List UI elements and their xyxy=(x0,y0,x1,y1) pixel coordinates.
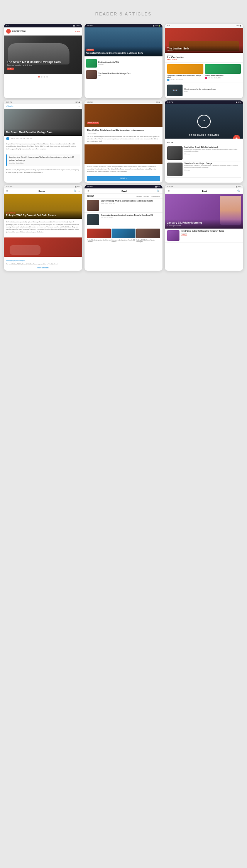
s2-article-list: Finding Home in the Wild outdoors The Se… xyxy=(85,56,163,82)
s7-nav: ≡ Reader 🔍 ⋯ xyxy=(4,188,82,194)
s8-nav-title: Feed xyxy=(91,190,157,192)
s6-battery: ▮▮ 80% xyxy=(236,101,241,103)
screen-leather-sofa: 9:25 100% ▮ The Leather Sofa DESIGN Inte… xyxy=(165,24,243,98)
s2-info-1: Finding Home in the Wild outdoors xyxy=(98,61,161,65)
s8-grid-label-2: Discovered: in the highest trim... Porsc… xyxy=(112,240,135,243)
s5-title: This Coffee Table Inspired By Inception … xyxy=(87,129,161,132)
s9-info-1: How L'Oreal Built a UV-Measuring Tempora… xyxy=(181,230,241,236)
s4-body2-text: As nice as it is, the price tag isn't so… xyxy=(6,169,80,174)
s2-info-2: The Seven Most Beautiful Vintage Cars ca… xyxy=(98,73,161,76)
s9-nav-title: Feed xyxy=(172,190,237,192)
screen-feed: 9:25 PM ▮▮ 80% ≡ Feed 🔍 RECENT Popular D… xyxy=(85,185,163,271)
s7-body-more: Photography by Simon Krajniak The post R… xyxy=(4,258,82,271)
s7-hamburger[interactable]: ≡ xyxy=(6,190,8,192)
s7-more-icon[interactable]: ⋯ xyxy=(78,190,80,192)
s6-feed-item-1[interactable]: Southsiders Grizzly Ride Out Invitationa… xyxy=(167,145,241,161)
s3-mini-img-1 xyxy=(167,64,203,74)
s9-hamburger[interactable]: ≡ xyxy=(168,190,169,192)
s3-mini-2: Finding Home in the Wild John Doe · Jan … xyxy=(205,64,241,81)
s8-grid-3[interactable] xyxy=(136,229,160,238)
s1-nav: LE CARTONAU CARS xyxy=(4,27,82,36)
s8-tab-photo[interactable]: Photography xyxy=(151,195,161,197)
page-header: READER & ARTICLES xyxy=(0,0,247,24)
s5-status: 9:25 PM 62% ▮ xyxy=(85,100,163,104)
s8-info-1: Beard Trimming, What to Ask Your Barber … xyxy=(101,200,161,204)
s5-body2-text: Inspired from this impressive scene, des… xyxy=(87,166,161,173)
s4-battery: 62% ▮ xyxy=(76,101,80,103)
s7-hero: CAFE RACERS Robby's T100 By Down & Out C… xyxy=(4,194,82,219)
s9-article-item-1[interactable]: How L'Oreal Built a UV-Measuring Tempora… xyxy=(165,229,243,243)
list-item[interactable]: The Seven Most Beautiful Vintage Cars ca… xyxy=(86,69,161,80)
s7-search-icon[interactable]: 🔍 xyxy=(74,190,76,192)
s3-mini-1: Upcycled Chest and inner tubes into a vi… xyxy=(167,64,203,81)
s4-status: 9:25 PM 62% ▮ xyxy=(4,100,82,104)
s6-feed-item-2[interactable]: Shoreham Street / Project Orange Built b… xyxy=(167,161,241,178)
s2-time: 9:25 PM xyxy=(87,25,93,27)
s2-status: 9:25 PM ▮▮ 62% 🔋 xyxy=(85,24,163,27)
s8-grid-2[interactable] xyxy=(112,229,135,238)
s8-thumb-1 xyxy=(87,200,99,211)
s4-author: John Doe xyxy=(26,138,32,139)
s3-two-articles: Upcycled Chest and inner tubes into a vi… xyxy=(165,63,243,83)
s4-nav[interactable]: ‹ Sparks ⋯ xyxy=(4,104,82,109)
s8-search-icon[interactable]: 🔍 xyxy=(157,190,159,192)
s4-body-text: Inspired from this impressive scene, des… xyxy=(6,143,80,150)
cafe-logo: CR xyxy=(197,115,211,128)
s8-time: 9:25 PM xyxy=(87,186,93,188)
s6-feed-info-1: Southsiders Grizzly Ride Out Invitationa… xyxy=(184,146,241,160)
list-item[interactable]: Finding Home in the Wild outdoors xyxy=(86,58,161,69)
s1-hero: The Seven Most Beautiful Vintage Cars Th… xyxy=(4,36,82,74)
s1-status-bar: 9:41 ▮▮▮ 100% xyxy=(4,24,82,27)
s4-quote-author: John Doe · Cable Editor xyxy=(9,163,78,164)
s3-mini-meta-1: John Doe · Jan 14, 2016 xyxy=(170,79,183,81)
s9-search-icon[interactable]: 🔍 xyxy=(237,190,240,192)
s4-hero: The Seven Most Beautiful Vintage Cars xyxy=(4,109,82,136)
s9-title-1: How L'Oreal Built a UV-Measuring Tempora… xyxy=(181,230,241,232)
s8-title-2: Discovering the wooden steering wheel, P… xyxy=(101,214,161,217)
s6-feed-title-2: Shoreham Street / Project Orange xyxy=(184,163,241,164)
s8-tab-popular[interactable]: Popular xyxy=(136,195,142,197)
s6-feed-title-1: Southsiders Grizzly Ride Out Invitationa… xyxy=(184,146,241,148)
s8-info-2: Discovering the wooden steering wheel, P… xyxy=(101,214,161,219)
s3-mini-title-2: Finding Home in the Wild xyxy=(205,75,241,76)
s4-body-2: As nice as it is, the price tag isn't so… xyxy=(4,167,82,176)
s1-tag: CARS xyxy=(7,68,14,70)
s7-hero-title: Robby's T100 By Down & Out Cafe Racers xyxy=(6,214,80,217)
s6-recent-label: RECENT xyxy=(167,142,241,144)
s2-title-2: The Seven Most Beautiful Vintage Cars xyxy=(98,73,161,75)
s7-visit-btn[interactable]: VISIT WEBSITE xyxy=(6,267,80,269)
s1-logo xyxy=(6,29,11,34)
s1-article-subtitle: The most beautiful car of all time. xyxy=(7,64,79,66)
s7-body: It's frustrating when practicality gets … xyxy=(4,219,82,236)
s8-thumb-2 xyxy=(87,214,99,225)
s3-glasses-img: 👓 xyxy=(167,85,183,96)
s9-thumb-1 xyxy=(167,230,179,241)
s4-body: Inspired from this impressive scene, des… xyxy=(4,141,82,153)
s8-grid-section xyxy=(85,227,163,240)
s5-hero: ART & DESIGN xyxy=(85,104,163,127)
s4-back[interactable]: ‹ Sparks xyxy=(6,105,14,107)
screen-coffee-table-full: 9:25 PM 62% ▮ ART & DESIGN This Coffee T… xyxy=(85,100,163,183)
s6-hero: CR CAFE RACER DREAMS + xyxy=(165,104,243,139)
s6-feed-info-2: Shoreham Street / Project Orange Built b… xyxy=(184,163,241,176)
s2-meta-1: outdoors xyxy=(98,64,161,65)
s1-dots xyxy=(4,74,82,80)
s8-hamburger[interactable]: ≡ xyxy=(88,190,89,192)
screen-robbys-t100: 5:35 PM ▮▮ 80% ≡ Reader 🔍 ⋯ CAFE RACERS … xyxy=(4,185,82,271)
s5-next-btn[interactable]: NEXT > xyxy=(87,176,161,181)
s8-feed-item-1[interactable]: Beard Trimming, What to Ask Your Barber … xyxy=(85,198,163,213)
s8-tab-design[interactable]: Design xyxy=(144,195,149,197)
s4-share-icon[interactable]: ⋯ xyxy=(78,105,80,107)
s8-feed-item-2[interactable]: Discovering the wooden steering wheel, P… xyxy=(85,213,163,227)
screen-vintage-cars: 9:41 ▮▮▮ 100% LE CARTONAU CARS The Seven… xyxy=(4,24,82,98)
s3-battery: 100% ▮ xyxy=(236,25,241,27)
s6-status: 5:35 PM ▮▮ 80% xyxy=(165,100,243,104)
s8-battery: ▮▮ 80% xyxy=(155,186,160,188)
s4-quote-text: Inspired by a film this table is a well … xyxy=(9,156,78,162)
s8-grid-1[interactable] xyxy=(87,229,111,238)
s6-thumb-2 xyxy=(167,163,183,176)
screens-grid: 9:41 ▮▮▮ 100% LE CARTONAU CARS The Seven… xyxy=(0,24,247,278)
s6-time: 5:35 PM xyxy=(167,101,173,103)
s4-quote-block: Inspired by a film this table is a well … xyxy=(6,154,80,166)
s6-feed-meta-2: 20 min ago xyxy=(184,170,241,171)
